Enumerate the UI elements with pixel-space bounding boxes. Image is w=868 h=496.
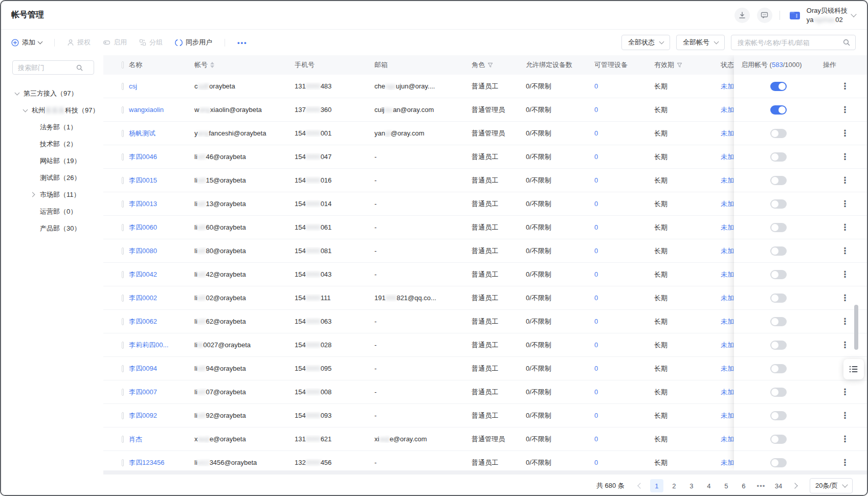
tree-item-第三方接入[interactable]: 第三方接入（97） <box>1 85 103 102</box>
enable-toggle[interactable] <box>770 435 787 444</box>
more-pages-ellipsis[interactable]: ••• <box>754 479 768 492</box>
col-account[interactable]: 帐号 <box>194 60 295 70</box>
page-button-1[interactable]: 1 <box>650 479 663 492</box>
row-checkbox[interactable] <box>122 389 124 396</box>
managed-devices-link[interactable]: 0 <box>594 106 598 114</box>
managed-devices-link[interactable]: 0 <box>594 153 598 161</box>
managed-devices-link[interactable]: 0 <box>594 223 598 231</box>
authorize-button[interactable]: 授权 <box>67 38 91 47</box>
tree-item-市场部[interactable]: 市场部（11） <box>1 186 103 203</box>
search-icon[interactable] <box>843 39 850 46</box>
tree-item-产品部[interactable]: 产品部（30） <box>1 220 103 237</box>
feedback-button[interactable] <box>757 8 772 23</box>
horizontal-scrollbar[interactable] <box>103 470 867 475</box>
tree-item-测试部[interactable]: 测试部（26） <box>1 169 103 186</box>
enable-toggle[interactable] <box>770 82 787 91</box>
kebab-menu-icon[interactable]: ⋮ <box>841 294 850 302</box>
account-name-link[interactable]: csj <box>129 82 137 90</box>
more-actions-button[interactable]: ••• <box>237 39 248 47</box>
tree-item-杭州某某某科技[interactable]: 杭州某某某科技（97） <box>1 102 103 119</box>
status-filter-select[interactable]: 全部状态 <box>621 35 670 50</box>
kebab-menu-icon[interactable]: ⋮ <box>841 435 850 443</box>
search-icon[interactable] <box>76 64 83 71</box>
kebab-menu-icon[interactable]: ⋮ <box>841 82 850 91</box>
vertical-scrollbar-thumb[interactable] <box>854 305 858 350</box>
managed-devices-link[interactable]: 0 <box>594 176 598 184</box>
kebab-menu-icon[interactable]: ⋮ <box>841 341 850 349</box>
account-name-link[interactable]: 李四0015 <box>129 176 157 185</box>
account-name-link[interactable]: 李莉莉四00... <box>129 341 168 350</box>
account-name-link[interactable]: 李四0080 <box>129 246 157 256</box>
caret-down-icon[interactable] <box>24 109 32 111</box>
kebab-menu-icon[interactable]: ⋮ <box>841 199 850 208</box>
managed-devices-link[interactable]: 0 <box>594 270 598 278</box>
row-checkbox[interactable] <box>122 224 124 231</box>
managed-devices-link[interactable]: 0 <box>594 341 598 349</box>
sort-icon[interactable] <box>210 62 214 68</box>
row-checkbox[interactable] <box>122 459 124 466</box>
enable-toggle[interactable] <box>770 129 787 138</box>
row-checkbox[interactable] <box>122 412 124 419</box>
col-validity[interactable]: 有效期 <box>654 60 721 70</box>
org-account-menu[interactable]: Oray贝锐科技 yangshao02 <box>787 6 856 24</box>
kebab-menu-icon[interactable]: ⋮ <box>841 129 850 138</box>
row-checkbox[interactable] <box>122 177 124 184</box>
page-button-2[interactable]: 2 <box>667 479 681 492</box>
account-search-input[interactable] <box>737 38 839 47</box>
enable-button[interactable]: 启用 <box>103 38 127 47</box>
enable-toggle[interactable] <box>770 246 787 256</box>
download-button[interactable] <box>735 8 750 23</box>
account-name-link[interactable]: 李四0062 <box>129 317 157 326</box>
row-checkbox[interactable] <box>122 365 124 372</box>
enable-toggle[interactable] <box>770 199 787 209</box>
enable-toggle[interactable] <box>770 341 787 350</box>
enable-toggle[interactable] <box>770 411 787 420</box>
tree-item-网站部[interactable]: 网站部（19） <box>1 152 103 169</box>
account-name-link[interactable]: 李四0046 <box>129 152 157 162</box>
filter-icon[interactable] <box>677 62 682 68</box>
row-checkbox[interactable] <box>122 247 124 255</box>
account-name-link[interactable]: 肖杰 <box>129 435 142 444</box>
account-name-link[interactable]: 李四0042 <box>129 270 157 279</box>
row-checkbox[interactable] <box>122 271 124 278</box>
row-checkbox[interactable] <box>122 436 124 443</box>
page-button-6[interactable]: 6 <box>737 479 750 492</box>
enable-toggle[interactable] <box>770 388 787 397</box>
department-search-input[interactable] <box>17 63 73 72</box>
row-checkbox[interactable] <box>122 200 124 208</box>
caret-right-icon[interactable] <box>32 193 40 196</box>
managed-devices-link[interactable]: 0 <box>594 459 598 466</box>
row-checkbox[interactable] <box>122 130 124 137</box>
kebab-menu-icon[interactable]: ⋮ <box>841 246 850 255</box>
kebab-menu-icon[interactable]: ⋮ <box>841 152 850 161</box>
row-checkbox[interactable] <box>122 83 124 90</box>
page-button-3[interactable]: 3 <box>685 479 698 492</box>
enable-toggle[interactable] <box>770 176 787 185</box>
row-checkbox[interactable] <box>122 342 124 349</box>
managed-devices-link[interactable]: 0 <box>594 129 598 137</box>
page-button-4[interactable]: 4 <box>702 479 716 492</box>
enable-toggle[interactable] <box>770 294 787 303</box>
page-button-5[interactable]: 5 <box>720 479 733 492</box>
caret-down-icon[interactable] <box>15 93 24 95</box>
account-name-link[interactable]: 杨帆测试 <box>129 129 155 138</box>
account-name-link[interactable]: 李四123456 <box>129 458 164 467</box>
account-name-link[interactable]: 李四0060 <box>129 223 157 232</box>
prev-page-button[interactable] <box>635 479 646 492</box>
filter-icon[interactable] <box>487 62 493 68</box>
account-name-link[interactable]: wangxiaolin <box>129 106 164 114</box>
kebab-menu-icon[interactable]: ⋮ <box>841 388 850 396</box>
kebab-menu-icon[interactable]: ⋮ <box>841 105 850 114</box>
group-button[interactable]: 分组 <box>139 38 163 47</box>
enable-toggle[interactable] <box>770 270 787 279</box>
add-button[interactable]: 添加 <box>11 38 42 47</box>
kebab-menu-icon[interactable]: ⋮ <box>841 176 850 185</box>
col-role[interactable]: 角色 <box>472 60 526 70</box>
page-size-select[interactable]: 20条/页 <box>810 478 853 493</box>
kebab-menu-icon[interactable]: ⋮ <box>841 458 850 467</box>
account-filter-select[interactable]: 全部帐号 <box>676 35 725 50</box>
kebab-menu-icon[interactable]: ⋮ <box>841 223 850 232</box>
managed-devices-link[interactable]: 0 <box>594 365 598 372</box>
tree-item-运营部[interactable]: 运营部（0） <box>1 203 103 220</box>
page-button-34[interactable]: 34 <box>772 479 785 492</box>
